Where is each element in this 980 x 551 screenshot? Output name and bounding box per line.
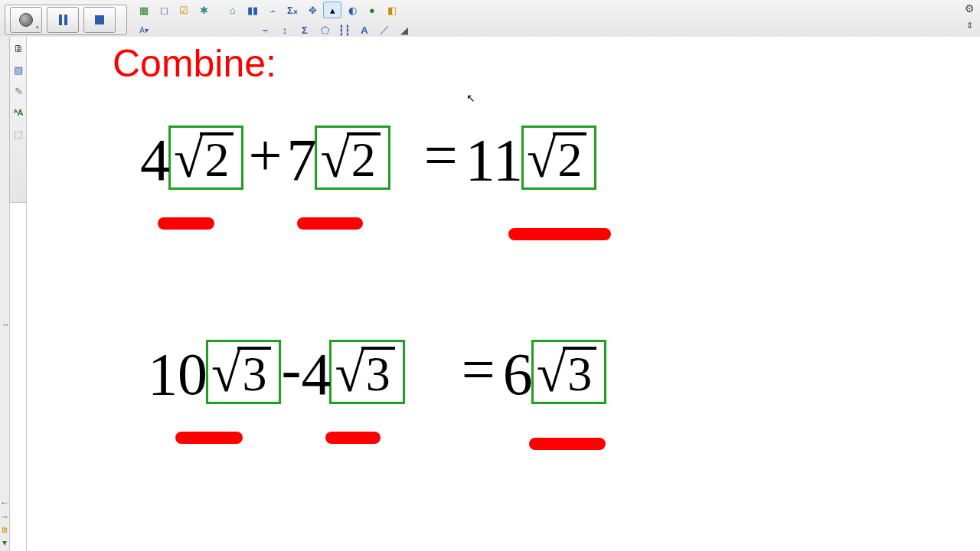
sigma-icon[interactable]: Σ (296, 21, 314, 38)
radical-icon: √ (320, 140, 349, 178)
eq2-result-coef: 6 (503, 344, 533, 404)
sidebar-handle-icon[interactable]: ↔ (2, 320, 10, 329)
page-title: Combine: (113, 41, 276, 86)
pointer-icon[interactable]: ▴ (323, 2, 341, 18)
new-page-icon[interactable]: 🗎 (11, 41, 25, 55)
eq1-result-radical: √ 2 (521, 126, 596, 190)
eq2-result-radical: √ 3 (531, 340, 606, 404)
gear-icon[interactable]: ⚙ (962, 2, 977, 15)
eq1-term1-radical: √ 2 (168, 126, 243, 190)
unpin-icon[interactable]: ⌂ (224, 2, 242, 18)
stop-icon (95, 15, 104, 24)
eq1-op: + (248, 122, 282, 188)
pause-icon (59, 15, 67, 25)
equals-icon: = (424, 122, 458, 188)
eq1-term2-radical: √ 2 (315, 126, 390, 190)
eq2-term1-radical: √ 3 (206, 340, 281, 404)
stop-button[interactable] (83, 7, 116, 33)
eq1-result-coef: 11 (466, 130, 523, 190)
erase-light-icon[interactable]: ◧ (383, 2, 401, 18)
align-top-icon[interactable]: ⫠ (263, 2, 282, 18)
image-icon[interactable]: ▧ (11, 63, 25, 77)
eq2-term1-coef: 10 (148, 344, 207, 404)
eraser-icon[interactable]: ◢ (395, 21, 413, 38)
page-add-icon[interactable]: 🗎 (1, 525, 9, 534)
next-page-icon[interactable]: → (0, 511, 9, 522)
line-icon[interactable]: ／ (375, 21, 394, 38)
capture-region-icon[interactable]: ◻ (155, 2, 173, 18)
eq2-term2-radicand: 3 (361, 347, 395, 399)
radical-icon: √ (174, 140, 203, 178)
highlight-underline (297, 217, 363, 230)
pause-button[interactable] (47, 7, 79, 33)
sigma-x-icon[interactable]: Σₓ (283, 2, 302, 18)
canvas[interactable]: Combine: 4 √ 2 + 7 √ 2 = 11 √ 2 (26, 37, 980, 551)
radical-icon: √ (211, 354, 240, 392)
eq2-result: 6 √ 3 (503, 340, 606, 404)
paint-icon[interactable]: ● (363, 2, 381, 18)
check-icon[interactable]: ☑ (175, 2, 193, 18)
page-content: Combine: 4 √ 2 + 7 √ 2 = 11 √ 2 (33, 37, 980, 551)
radical-icon: √ (527, 140, 556, 178)
mouse-cursor-icon: ↖ (466, 92, 475, 104)
bar-chart-icon[interactable]: ▮▮ (243, 2, 262, 18)
top-toolbar: ▦ ◻ ☑ ✱ ⌂ ▮▮ ⫠ Σₓ ✥ ▴ ◐ ● ◧ A▾ ⫟ ↕ Σ ⬠ ┇… (0, 0, 980, 37)
eq2-result-radicand: 3 (563, 347, 596, 399)
radical-icon: √ (335, 354, 364, 392)
highlight-underline (325, 432, 381, 444)
eq2-op: - (281, 336, 301, 403)
polygon-icon[interactable]: ⬠ (315, 21, 334, 38)
sliders-icon[interactable]: ┇┇ (335, 21, 354, 38)
eq2-term2-coef: 4 (301, 344, 331, 404)
pen-icon[interactable]: ✎ (11, 84, 25, 98)
tool-grid: ▦ ◻ ☑ ✱ ⌂ ▮▮ ⫠ Σₓ ✥ ▴ ◐ ● ◧ A▾ ⫟ ↕ Σ ⬠ ┇… (135, 0, 962, 34)
eq2-term2: 4 √ 3 (301, 340, 404, 404)
pin-icon[interactable]: ✱ (194, 2, 213, 18)
equals-icon: = (462, 336, 495, 403)
puzzle-icon[interactable]: ⬚ (11, 127, 25, 141)
eq1-term2: 7 √ 2 (286, 126, 390, 190)
tools-sidebar: 🗎 ▧ ✎ ᴬA ⬚ (9, 37, 28, 203)
eq2-term1-radicand: 3 (237, 347, 271, 399)
highlight-underline (529, 438, 606, 450)
eq2-term1: 10 √ 3 (148, 340, 281, 404)
eq1-term2-radicand: 2 (347, 132, 381, 184)
text-small-icon[interactable]: A▾ (135, 21, 153, 38)
page-nav: ← → 🗎 ▾ (0, 497, 9, 548)
record-button[interactable] (10, 7, 42, 33)
equation-1: 4 √ 2 + 7 √ 2 = 11 √ 2 (140, 121, 596, 190)
prev-page-icon[interactable]: ← (0, 497, 9, 508)
equation-2: 10 √ 3 - 4 √ 3 = 6 √ 3 (148, 335, 606, 404)
align-v-icon[interactable]: ↕ (276, 21, 294, 38)
crosshair-icon[interactable]: ✥ (303, 2, 322, 18)
tool-row-1: ▦ ◻ ☑ ✱ ⌂ ▮▮ ⫠ Σₓ ✥ ▴ ◐ ● ◧ (135, 0, 962, 20)
highlight-underline (508, 228, 611, 240)
page-down-icon[interactable]: ▾ (2, 537, 7, 548)
eq2-term2-radical: √ 3 (329, 340, 404, 404)
highlight-underline (158, 217, 214, 230)
record-icon (19, 13, 33, 27)
eq1-term2-coef: 7 (286, 130, 316, 190)
eq1-term1-coef: 4 (140, 130, 170, 190)
radical-icon: √ (537, 354, 566, 392)
align-bottom-icon[interactable]: ⫟ (256, 21, 274, 38)
highlight-underline (175, 432, 243, 444)
eq1-result-radicand: 2 (553, 132, 586, 184)
table-icon[interactable]: ▦ (135, 2, 153, 18)
eq1-term1-radicand: 2 (200, 132, 234, 184)
eq1-result: 11 √ 2 (466, 126, 597, 190)
text-style-icon[interactable]: ᴬA (11, 106, 25, 119)
expand-toolbar-icon[interactable]: ⇕ (962, 18, 977, 32)
callout-icon[interactable]: ◐ (343, 2, 361, 18)
letter-icon[interactable]: A (355, 21, 374, 38)
recording-panel (5, 5, 127, 35)
eq1-term1: 4 √ 2 (140, 126, 243, 190)
